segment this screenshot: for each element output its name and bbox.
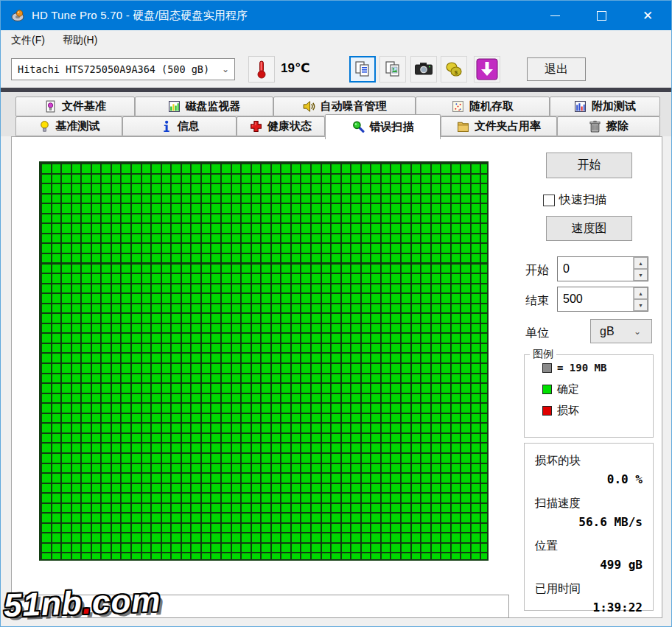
stat-value: 499 gB [535,558,643,572]
watermark-text: com [91,581,161,620]
copy-image-button[interactable] [379,56,406,83]
tab-label: 错误扫描 [370,120,414,134]
tab-extra-tests[interactable]: 附加测试 [550,97,660,116]
tab-label: 信息 [178,119,200,133]
stat-label: 损坏的块 [535,453,643,469]
tab-label: 磁盘监视器 [186,99,241,113]
start-spinner: ▲ ▼ [633,257,648,281]
stat-value: 1:39:22 [535,600,643,614]
spin-down-icon[interactable]: ▼ [634,269,648,281]
stat-scan-speed: 扫描速度 56.6 MB/s [535,496,643,529]
stat-label: 位置 [535,539,643,554]
spin-up-icon[interactable]: ▲ [634,287,648,299]
maximize-icon [597,11,606,21]
drive-selector-value: Hitachi HTS725050A9A364 (500 gB) [12,63,217,75]
start-spinbox[interactable]: 0 ▲ ▼ [557,256,648,281]
tab-auto-noise-management[interactable]: 自动噪音管理 [273,97,416,116]
svg-text:$: $ [455,69,458,76]
legend-groupbox: 图例 = 190 MB 确定 损坏 [524,354,654,438]
thermometer-icon [256,60,267,79]
temperature-button[interactable] [248,56,275,83]
tab-error-scan[interactable]: 错误扫描 [325,114,441,139]
disk-monitor-icon [168,100,181,113]
stat-label: 扫描速度 [535,496,643,511]
drive-selector[interactable]: Hitachi HTS725050A9A364 (500 gB) ⌄ [11,58,235,80]
stat-elapsed-time: 已用时间 1:39:22 [535,581,643,614]
unit-select-value: gB [591,325,634,338]
watermark-51nb: 51nb.com [3,581,161,623]
watermark-text: 51nb [3,584,83,623]
random-access-icon [452,100,464,113]
download-icon [476,58,498,80]
close-icon: ✕ [643,10,653,22]
tab-erase[interactable]: 擦除 [557,116,660,136]
trash-icon [589,120,601,133]
copy-text-icon [354,60,371,78]
tab-label: 健康状态 [267,119,312,133]
lightbulb-icon [38,120,51,133]
tab-folder-usage[interactable]: 文件夹占用率 [441,116,557,136]
tab-benchmark[interactable]: 基准测试 [15,116,122,136]
tab-random-access[interactable]: 随机存取 [416,97,550,116]
exit-button[interactable]: 退出 [527,57,586,81]
unit-field-label: 单位 [525,326,549,341]
copy-image-icon [384,60,402,78]
chevron-down-icon: ⌄ [217,64,234,74]
screenshot-button[interactable] [410,56,437,83]
app-window: HD Tune Pro 5.70 - 硬盘/固态硬盘实用程序 ✕ 文件(F) 帮… [0,0,672,627]
menu-file[interactable]: 文件(F) [4,31,52,50]
legend-ok-text: 确定 [557,382,579,396]
maximize-button[interactable] [584,1,618,30]
speed-map-label: 速度图 [572,221,607,237]
scan-grid [39,161,489,561]
camera-icon [414,60,433,78]
end-spinbox[interactable]: 500 ▲ ▼ [557,287,648,312]
quick-scan-row: 快速扫描 [543,192,606,208]
extra-tests-icon [574,100,587,113]
minimize-button[interactable] [538,1,572,30]
end-field-label: 结束 [525,293,549,309]
quick-scan-checkbox[interactable] [543,195,555,206]
tab-info[interactable]: 信息 [122,116,237,136]
legend-blocksize-text: = 190 MB [557,362,606,374]
scan-stats-groupbox: 损坏的块 0.0 % 扫描速度 56.6 MB/s 位置 499 gB 已用时间… [524,443,654,611]
tab-label: 随机存取 [469,99,514,113]
quick-scan-label: 快速扫描 [559,192,606,208]
folder-icon [457,120,469,133]
stat-label: 已用时间 [535,581,643,597]
unit-select[interactable]: gB ⌄ [590,319,652,343]
window-title: HD Tune Pro 5.70 - 硬盘/固态硬盘实用程序 [32,9,248,23]
legend-row-blocksize: = 190 MB [542,362,653,374]
legend-swatch-ok [542,385,552,394]
tab-health[interactable]: 健康状态 [237,116,325,136]
minimize-icon [550,15,560,16]
end-spinbox-value: 500 [558,287,633,311]
start-scan-button[interactable]: 开始 [546,153,632,178]
spin-up-icon[interactable]: ▲ [634,257,648,269]
legend-bad-text: 损坏 [557,404,579,418]
start-scan-label: 开始 [578,158,601,173]
legend-swatch-block [542,363,552,373]
tab-strip: 文件基准 磁盘监视器 自动噪音管理 [1,92,672,136]
magnifier-icon [352,121,365,133]
tab-label: 文件夹占用率 [475,119,541,133]
menu-help[interactable]: 帮助(H) [55,31,105,50]
legend-swatch-bad [542,406,552,416]
legend-title: 图例 [530,348,556,361]
tab-disk-monitor[interactable]: 磁盘监视器 [135,97,273,116]
chevron-down-icon: ⌄ [634,326,651,337]
menu-bar: 文件(F) 帮助(H) [1,30,672,52]
copy-text-button[interactable] [349,56,376,83]
close-button[interactable]: ✕ [631,1,665,30]
coins-icon: $ [445,60,463,78]
save-results-button[interactable]: $ [441,56,467,83]
toolbar: Hitachi HTS725050A9A364 (500 gB) ⌄ 19℃ [1,51,672,88]
temperature-value: 19℃ [281,60,310,76]
speed-map-button[interactable]: 速度图 [546,216,632,241]
update-button[interactable] [474,56,500,83]
legend-row-ok: 确定 [542,382,653,396]
spin-down-icon[interactable]: ▼ [634,299,648,311]
stat-damaged-blocks: 损坏的块 0.0 % [535,453,643,486]
tab-file-benchmark[interactable]: 文件基准 [15,97,135,116]
start-field-label: 开始 [525,263,549,279]
